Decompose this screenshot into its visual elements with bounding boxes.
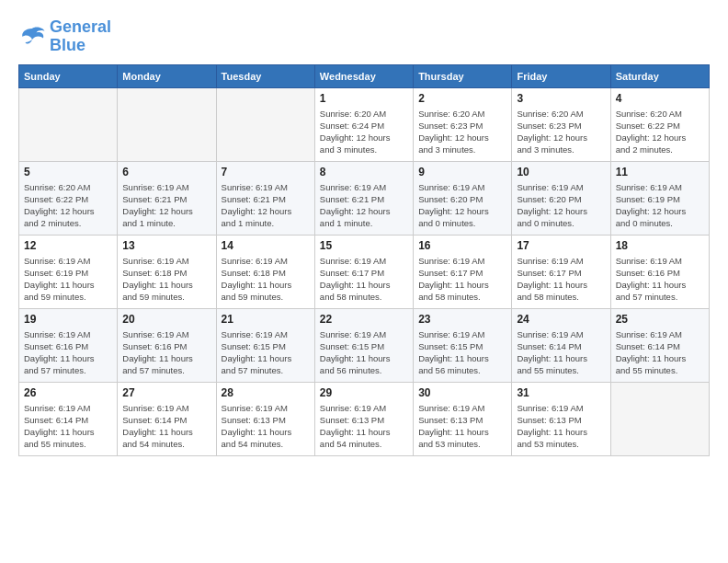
- calendar-cell: 3Sunrise: 6:20 AM Sunset: 6:23 PM Daylig…: [512, 87, 610, 161]
- calendar-cell: 22Sunrise: 6:19 AM Sunset: 6:15 PM Dayli…: [314, 308, 413, 382]
- day-number: 27: [122, 386, 210, 399]
- day-info: Sunrise: 6:20 AM Sunset: 6:22 PM Dayligh…: [616, 108, 704, 156]
- day-info: Sunrise: 6:19 AM Sunset: 6:21 PM Dayligh…: [222, 181, 310, 230]
- day-info: Sunrise: 6:19 AM Sunset: 6:16 PM Dayligh…: [616, 255, 704, 304]
- day-number: 14: [222, 239, 310, 252]
- calendar-cell: [216, 87, 314, 161]
- day-info: Sunrise: 6:19 AM Sunset: 6:13 PM Dayligh…: [418, 402, 506, 451]
- weekday-header-sunday: Sunday: [19, 64, 118, 87]
- day-info: Sunrise: 6:19 AM Sunset: 6:21 PM Dayligh…: [122, 181, 210, 230]
- calendar-cell: 24Sunrise: 6:19 AM Sunset: 6:14 PM Dayli…: [512, 308, 610, 382]
- day-number: 8: [320, 166, 408, 178]
- day-info: Sunrise: 6:19 AM Sunset: 6:14 PM Dayligh…: [517, 328, 605, 377]
- calendar-week-1: 1Sunrise: 6:20 AM Sunset: 6:24 PM Daylig…: [19, 87, 710, 161]
- day-number: 11: [616, 166, 704, 178]
- day-number: 2: [418, 92, 506, 105]
- calendar-cell: 12Sunrise: 6:19 AM Sunset: 6:19 PM Dayli…: [19, 235, 118, 308]
- calendar-cell: 18Sunrise: 6:19 AM Sunset: 6:16 PM Dayli…: [610, 235, 709, 308]
- day-info: Sunrise: 6:19 AM Sunset: 6:13 PM Dayligh…: [222, 402, 310, 451]
- day-info: Sunrise: 6:20 AM Sunset: 6:23 PM Dayligh…: [517, 108, 605, 156]
- calendar-cell: 1Sunrise: 6:20 AM Sunset: 6:24 PM Daylig…: [314, 87, 413, 161]
- logo: General Blue: [18, 18, 111, 55]
- day-number: 22: [320, 313, 408, 326]
- calendar-cell: 10Sunrise: 6:19 AM Sunset: 6:20 PM Dayli…: [512, 161, 610, 235]
- day-info: Sunrise: 6:20 AM Sunset: 6:22 PM Dayligh…: [24, 181, 112, 230]
- day-info: Sunrise: 6:19 AM Sunset: 6:17 PM Dayligh…: [517, 255, 605, 304]
- calendar-cell: 7Sunrise: 6:19 AM Sunset: 6:21 PM Daylig…: [216, 161, 314, 235]
- calendar-cell: 21Sunrise: 6:19 AM Sunset: 6:15 PM Dayli…: [216, 308, 314, 382]
- day-number: 17: [517, 239, 605, 252]
- calendar-cell: 5Sunrise: 6:20 AM Sunset: 6:22 PM Daylig…: [19, 161, 118, 235]
- calendar-cell: 25Sunrise: 6:19 AM Sunset: 6:14 PM Dayli…: [610, 308, 709, 382]
- day-number: 9: [418, 166, 506, 178]
- day-info: Sunrise: 6:19 AM Sunset: 6:20 PM Dayligh…: [418, 181, 506, 230]
- calendar-cell: 13Sunrise: 6:19 AM Sunset: 6:18 PM Dayli…: [118, 235, 216, 308]
- calendar-header: SundayMondayTuesdayWednesdayThursdayFrid…: [19, 64, 710, 87]
- day-number: 26: [24, 386, 112, 399]
- weekday-header-wednesday: Wednesday: [314, 64, 413, 87]
- calendar-week-4: 19Sunrise: 6:19 AM Sunset: 6:16 PM Dayli…: [19, 308, 710, 382]
- calendar-cell: 31Sunrise: 6:19 AM Sunset: 6:13 PM Dayli…: [512, 382, 610, 455]
- calendar-cell: 15Sunrise: 6:19 AM Sunset: 6:17 PM Dayli…: [314, 235, 413, 308]
- day-number: 5: [24, 166, 112, 178]
- calendar-cell: 17Sunrise: 6:19 AM Sunset: 6:17 PM Dayli…: [512, 235, 610, 308]
- weekday-header-thursday: Thursday: [414, 64, 512, 87]
- day-number: 21: [222, 313, 310, 326]
- calendar-cell: 4Sunrise: 6:20 AM Sunset: 6:22 PM Daylig…: [610, 87, 709, 161]
- day-info: Sunrise: 6:19 AM Sunset: 6:13 PM Dayligh…: [517, 402, 605, 451]
- day-number: 13: [122, 239, 210, 252]
- calendar-week-5: 26Sunrise: 6:19 AM Sunset: 6:14 PM Dayli…: [19, 382, 710, 455]
- calendar-table: SundayMondayTuesdayWednesdayThursdayFrid…: [18, 64, 710, 456]
- day-info: Sunrise: 6:19 AM Sunset: 6:13 PM Dayligh…: [320, 402, 408, 451]
- day-number: 4: [616, 92, 704, 105]
- day-number: 16: [418, 239, 506, 252]
- day-info: Sunrise: 6:19 AM Sunset: 6:16 PM Dayligh…: [122, 328, 210, 377]
- weekday-header-monday: Monday: [118, 64, 216, 87]
- day-number: 7: [222, 166, 310, 178]
- calendar-cell: 19Sunrise: 6:19 AM Sunset: 6:16 PM Dayli…: [19, 308, 118, 382]
- day-info: Sunrise: 6:20 AM Sunset: 6:23 PM Dayligh…: [418, 108, 506, 156]
- day-info: Sunrise: 6:20 AM Sunset: 6:24 PM Dayligh…: [320, 108, 408, 156]
- day-number: 18: [616, 239, 704, 252]
- calendar-cell: 28Sunrise: 6:19 AM Sunset: 6:13 PM Dayli…: [216, 382, 314, 455]
- calendar-week-2: 5Sunrise: 6:20 AM Sunset: 6:22 PM Daylig…: [19, 161, 710, 235]
- day-info: Sunrise: 6:19 AM Sunset: 6:19 PM Dayligh…: [616, 181, 704, 230]
- day-info: Sunrise: 6:19 AM Sunset: 6:15 PM Dayligh…: [320, 328, 408, 377]
- calendar-cell: 26Sunrise: 6:19 AM Sunset: 6:14 PM Dayli…: [19, 382, 118, 455]
- page-header: General Blue: [18, 18, 710, 55]
- day-number: 19: [24, 313, 112, 326]
- day-number: 24: [517, 313, 605, 326]
- calendar-cell: 20Sunrise: 6:19 AM Sunset: 6:16 PM Dayli…: [118, 308, 216, 382]
- calendar-cell: 11Sunrise: 6:19 AM Sunset: 6:19 PM Dayli…: [610, 161, 709, 235]
- day-number: 1: [320, 92, 408, 105]
- day-number: 31: [517, 386, 605, 399]
- day-info: Sunrise: 6:19 AM Sunset: 6:20 PM Dayligh…: [517, 181, 605, 230]
- day-number: 6: [122, 166, 210, 178]
- day-info: Sunrise: 6:19 AM Sunset: 6:18 PM Dayligh…: [222, 255, 310, 304]
- logo-text: General Blue: [50, 18, 111, 55]
- day-info: Sunrise: 6:19 AM Sunset: 6:16 PM Dayligh…: [24, 328, 112, 377]
- calendar-cell: 23Sunrise: 6:19 AM Sunset: 6:15 PM Dayli…: [414, 308, 512, 382]
- day-number: 20: [122, 313, 210, 326]
- logo-icon: [18, 26, 46, 48]
- calendar-cell: [610, 382, 709, 455]
- day-info: Sunrise: 6:19 AM Sunset: 6:17 PM Dayligh…: [418, 255, 506, 304]
- day-number: 28: [222, 386, 310, 399]
- day-info: Sunrise: 6:19 AM Sunset: 6:15 PM Dayligh…: [222, 328, 310, 377]
- calendar-cell: [19, 87, 118, 161]
- day-number: 12: [24, 239, 112, 252]
- day-info: Sunrise: 6:19 AM Sunset: 6:14 PM Dayligh…: [122, 402, 210, 451]
- calendar-cell: 14Sunrise: 6:19 AM Sunset: 6:18 PM Dayli…: [216, 235, 314, 308]
- calendar-cell: 16Sunrise: 6:19 AM Sunset: 6:17 PM Dayli…: [414, 235, 512, 308]
- day-info: Sunrise: 6:19 AM Sunset: 6:15 PM Dayligh…: [418, 328, 506, 377]
- day-number: 10: [517, 166, 605, 178]
- day-info: Sunrise: 6:19 AM Sunset: 6:17 PM Dayligh…: [320, 255, 408, 304]
- day-info: Sunrise: 6:19 AM Sunset: 6:18 PM Dayligh…: [122, 255, 210, 304]
- day-number: 30: [418, 386, 506, 399]
- calendar-cell: 8Sunrise: 6:19 AM Sunset: 6:21 PM Daylig…: [314, 161, 413, 235]
- calendar-cell: [118, 87, 216, 161]
- weekday-header-tuesday: Tuesday: [216, 64, 314, 87]
- weekday-header-saturday: Saturday: [610, 64, 709, 87]
- calendar-cell: 2Sunrise: 6:20 AM Sunset: 6:23 PM Daylig…: [414, 87, 512, 161]
- day-number: 25: [616, 313, 704, 326]
